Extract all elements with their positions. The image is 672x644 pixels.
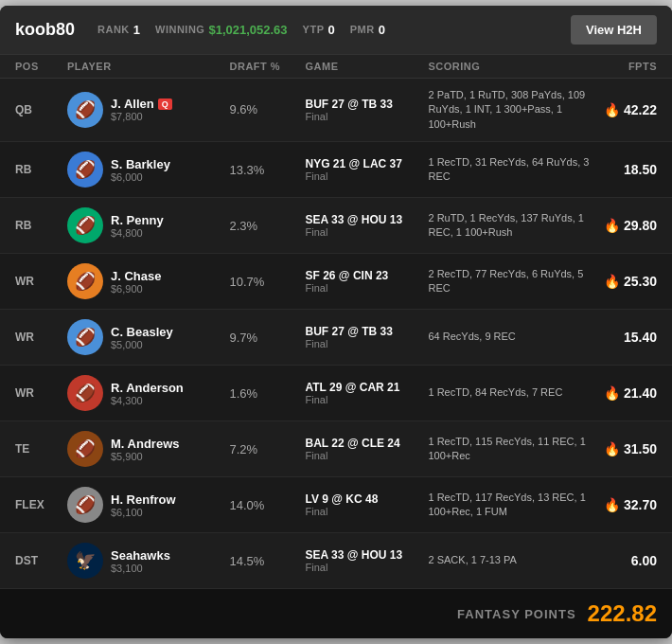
winning-stat: WINNING $1,021,052.63 (155, 23, 288, 37)
pmr-label: PMR (350, 24, 375, 35)
game-cell: BUF 27 @ TB 33 Final (306, 325, 429, 349)
fpts-cell: 6.00 (591, 553, 657, 568)
draft-pct: 14.5% (230, 554, 306, 568)
rank-stat: RANK 1 (97, 23, 140, 37)
winning-value: $1,021,052.63 (208, 23, 287, 37)
pmr-stat: PMR 0 (350, 23, 385, 37)
player-cell: 🏈 H. Renfrow $6,100 (67, 487, 230, 523)
player-name: R. Penny (111, 213, 164, 227)
game-status: Final (306, 562, 429, 573)
fpts-value: 29.80 (624, 218, 657, 233)
username: koob80 (15, 20, 75, 40)
winning-label: WINNING (155, 24, 204, 35)
scoring-cell: 2 SACK, 1 7-13 PA (429, 553, 592, 567)
game-cell: BAL 22 @ CLE 24 Final (306, 437, 429, 461)
col-draft-pct: DRAFT % (230, 61, 306, 72)
draft-pct: 13.3% (230, 163, 306, 177)
game-cell: SF 26 @ CIN 23 Final (306, 269, 429, 294)
scoring-cell: 1 RecTD, 84 RecYds, 7 REC (429, 385, 592, 400)
game-status: Final (306, 450, 429, 461)
game-cell: SEA 33 @ HOU 13 Final (306, 213, 429, 238)
game-status: Final (306, 282, 429, 294)
game-cell: NYG 21 @ LAC 37 Final (306, 157, 429, 182)
draft-pct: 7.2% (230, 442, 306, 456)
scoring-cell: 1 RecTD, 115 RecYds, 11 REC, 1 100+Rec (429, 435, 592, 464)
player-cell: 🏈 R. Anderson $4,300 (67, 375, 230, 411)
column-headers: POS PLAYER DRAFT % GAME SCORING FPTS (0, 55, 672, 79)
fpts-value: 31.50 (624, 441, 657, 456)
fpts-value: 32.70 (624, 497, 657, 512)
player-name: M. Andrews (111, 437, 179, 451)
fpts-value: 15.40 (624, 330, 657, 345)
player-salary: $6,100 (111, 507, 176, 518)
game-status: Final (306, 394, 429, 405)
player-salary: $7,800 (111, 111, 172, 122)
fpts-value: 6.00 (631, 553, 657, 568)
scoring-cell: 64 RecYds, 9 REC (429, 330, 592, 344)
avatar: 🏈 (67, 431, 103, 467)
col-fpts: FPTS (591, 61, 657, 72)
player-name: J. Chase (111, 269, 161, 283)
position-cell: QB (15, 103, 67, 116)
fpts-cell: 🔥 21.40 (591, 385, 657, 401)
player-name: H. Renfrow (111, 492, 176, 507)
fire-icon: 🔥 (604, 102, 620, 117)
player-info: H. Renfrow $6,100 (111, 492, 176, 518)
game-cell: LV 9 @ KC 48 Final (306, 492, 429, 517)
ytp-value: 0 (327, 23, 334, 37)
player-cell: 🏈 C. Beasley $5,000 (67, 319, 230, 355)
player-name: R. Anderson (111, 381, 184, 395)
table-row: WR 🏈 C. Beasley $5,000 9.7% BUF 27 @ TB … (0, 310, 672, 366)
avatar: 🏈 (67, 152, 103, 188)
game-score: BUF 27 @ TB 33 (306, 98, 429, 111)
player-info: S. Barkley $6,000 (111, 157, 170, 183)
rank-label: RANK (97, 24, 130, 35)
fpts-cell: 🔥 25.30 (591, 274, 657, 289)
fpts-value: 42.22 (624, 102, 657, 117)
fire-icon: 🔥 (604, 441, 620, 456)
fpts-cell: 🔥 42.22 (591, 102, 657, 117)
avatar: 🏈 (67, 92, 103, 128)
avatar: 🏈 (67, 487, 103, 523)
player-salary: $6,900 (111, 283, 161, 295)
scoring-cell: 1 RecTD, 31 RecYds, 64 RuYds, 3 REC (429, 155, 592, 185)
player-salary: $6,000 (111, 171, 170, 183)
player-info: R. Penny $4,800 (111, 213, 164, 239)
fire-icon: 🔥 (604, 385, 620, 401)
scoring-cell: 2 RuTD, 1 RecYds, 137 RuYds, 1 REC, 1 10… (429, 211, 592, 241)
game-status: Final (306, 338, 429, 349)
fpts-value: 21.40 (624, 385, 657, 401)
lineup-header: koob80 RANK 1 WINNING $1,021,052.63 YTP … (0, 6, 672, 55)
player-name: Seahawks (111, 548, 170, 563)
table-row: DST 🦅 Seahawks $3,100 14.5% SEA 33 @ HOU… (0, 533, 672, 589)
game-score: ATL 29 @ CAR 21 (306, 381, 429, 394)
position-cell: DST (15, 554, 67, 567)
pmr-value: 0 (379, 23, 385, 37)
col-game: GAME (306, 61, 429, 72)
player-cell: 🏈 M. Andrews $5,900 (67, 431, 230, 467)
avatar: 🏈 (67, 207, 103, 243)
player-salary: $4,300 (111, 395, 184, 406)
player-info: J. Allen Q $7,800 (111, 97, 172, 122)
game-cell: BUF 27 @ TB 33 Final (306, 98, 429, 122)
player-info: M. Andrews $5,900 (111, 437, 179, 462)
ytp-label: YTP (303, 24, 325, 35)
player-salary: $3,100 (111, 563, 170, 574)
fire-icon: 🔥 (604, 218, 620, 233)
position-cell: FLEX (15, 498, 67, 511)
player-salary: $5,900 (111, 451, 179, 462)
game-score: SF 26 @ CIN 23 (306, 269, 429, 282)
game-score: BUF 27 @ TB 33 (306, 325, 429, 338)
fpts-cell: 15.40 (591, 330, 657, 345)
draft-pct: 10.7% (230, 275, 306, 289)
footer-label: FANTASY POINTS (457, 607, 575, 621)
avatar: 🦅 (67, 543, 103, 579)
table-row: RB 🏈 S. Barkley $6,000 13.3% NYG 21 @ LA… (0, 142, 672, 198)
player-salary: $4,800 (111, 227, 164, 239)
scoring-cell: 2 RecTD, 77 RecYds, 6 RuYds, 5 REC (429, 267, 592, 296)
game-cell: ATL 29 @ CAR 21 Final (306, 381, 429, 405)
table-row: WR 🏈 J. Chase $6,900 10.7% SF 26 @ CIN 2… (0, 254, 672, 310)
view-h2h-button[interactable]: View H2H (571, 15, 657, 45)
player-cell: 🏈 R. Penny $4,800 (67, 207, 230, 243)
table-row: WR 🏈 R. Anderson $4,300 1.6% ATL 29 @ CA… (0, 366, 672, 421)
